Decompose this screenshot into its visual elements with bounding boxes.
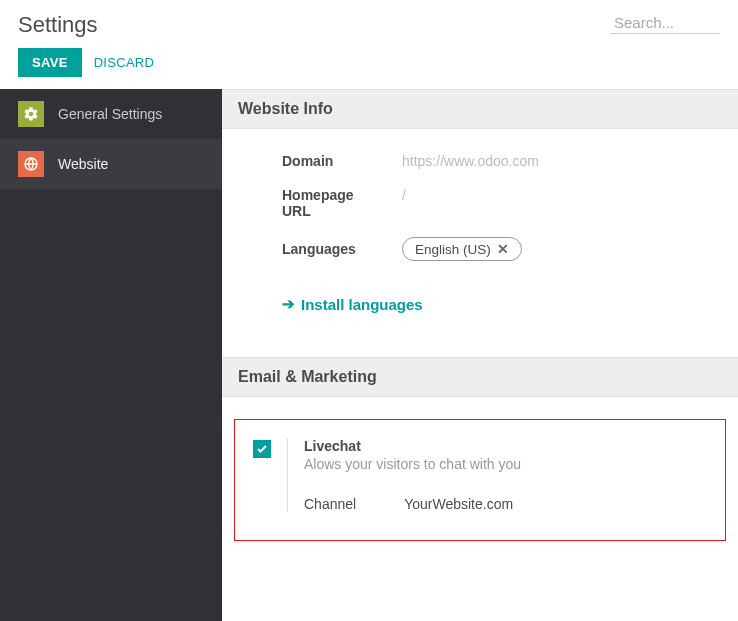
divider xyxy=(287,438,288,512)
close-icon[interactable]: ✕ xyxy=(497,241,509,257)
install-languages-link[interactable]: ➔ Install languages xyxy=(282,295,423,313)
domain-label: Domain xyxy=(282,153,382,169)
section-header-email-marketing: Email & Marketing xyxy=(222,357,738,397)
livechat-highlight-box: Livechat Alows your visitors to chat wit… xyxy=(234,419,726,541)
gear-icon xyxy=(18,101,44,127)
homepage-url-value[interactable]: / xyxy=(402,187,406,203)
discard-button[interactable]: DISCARD xyxy=(94,55,155,70)
channel-label: Channel xyxy=(304,496,356,512)
sidebar-item-label: General Settings xyxy=(58,106,162,122)
domain-value[interactable]: https://www.odoo.com xyxy=(402,153,539,169)
homepage-url-label: Homepage URL xyxy=(282,187,382,219)
search-input[interactable] xyxy=(610,12,720,34)
page-title: Settings xyxy=(18,12,98,38)
install-languages-label: Install languages xyxy=(301,296,423,313)
livechat-checkbox[interactable] xyxy=(253,440,271,458)
check-icon xyxy=(256,443,268,455)
livechat-description: Alows your visitors to chat with you xyxy=(304,456,707,472)
sidebar-item-label: Website xyxy=(58,156,108,172)
languages-label: Languages xyxy=(282,241,382,257)
arrow-right-icon: ➔ xyxy=(282,295,295,313)
language-tag-label: English (US) xyxy=(415,242,491,257)
livechat-title: Livechat xyxy=(304,438,707,454)
sidebar-item-general-settings[interactable]: General Settings xyxy=(0,89,222,139)
section-header-website-info: Website Info xyxy=(222,89,738,129)
save-button[interactable]: SAVE xyxy=(18,48,82,77)
channel-value[interactable]: YourWebsite.com xyxy=(404,496,513,512)
globe-icon xyxy=(18,151,44,177)
sidebar-item-website[interactable]: Website xyxy=(0,139,222,189)
language-tag[interactable]: English (US) ✕ xyxy=(402,237,522,261)
